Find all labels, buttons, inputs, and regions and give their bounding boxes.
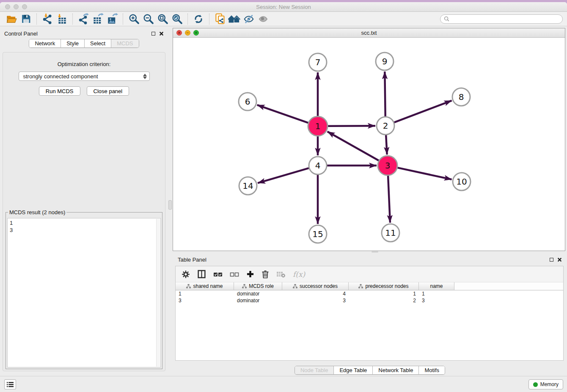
task-history-button[interactable] xyxy=(4,379,16,389)
table-options-icon[interactable] xyxy=(182,270,190,279)
graph-edge-1-6[interactable] xyxy=(257,105,308,123)
table-row[interactable]: 3 dominator 3 2 3 xyxy=(176,297,563,304)
table-toolbar: f(x) xyxy=(176,266,563,282)
run-mcds-button[interactable]: Run MCDS xyxy=(39,86,80,96)
graph-edge-2-3[interactable] xyxy=(386,135,387,155)
show-columns-icon[interactable] xyxy=(197,270,206,279)
search-input[interactable] xyxy=(451,16,559,22)
svg-text:1: 1 xyxy=(315,121,321,131)
table-header-row: shared name MCDS role successor nodes pr… xyxy=(176,282,563,290)
graph-edge-1-2[interactable] xyxy=(328,126,375,126)
svg-text:3: 3 xyxy=(385,160,391,171)
graph-node-7[interactable]: 7 xyxy=(309,53,327,71)
graph-node-4[interactable]: 4 xyxy=(309,157,327,174)
mcds-panel: Optimization criterion: strongly connect… xyxy=(3,52,165,371)
table-panel: Table Panel xyxy=(173,254,567,376)
app-window: Session: New Session xyxy=(0,2,567,392)
open-session-icon[interactable] xyxy=(4,13,19,25)
clone-network-icon[interactable] xyxy=(213,13,227,25)
select-all-columns-icon[interactable] xyxy=(213,271,223,277)
refresh-view-icon[interactable] xyxy=(191,13,206,25)
float-table-panel-icon[interactable] xyxy=(550,258,553,262)
network-graph[interactable]: 7968124314101511 xyxy=(173,38,565,251)
zoom-selected-icon[interactable] xyxy=(170,13,184,25)
tab-network[interactable]: Network xyxy=(29,39,61,47)
graph-node-10[interactable]: 10 xyxy=(453,173,471,190)
network-maximize-button[interactable]: + xyxy=(193,30,199,36)
hide-selected-icon[interactable] xyxy=(242,13,256,25)
unselect-all-columns-icon[interactable] xyxy=(230,271,239,277)
graph-node-6[interactable]: 6 xyxy=(239,93,256,110)
graph-node-11[interactable]: 11 xyxy=(382,224,399,242)
graph-edge-2-8[interactable] xyxy=(394,101,452,123)
zoom-in-icon[interactable] xyxy=(127,13,141,25)
graph-edge-3-1[interactable] xyxy=(328,132,379,160)
import-network-icon[interactable] xyxy=(40,13,55,25)
svg-text:11: 11 xyxy=(385,228,396,238)
save-session-icon[interactable] xyxy=(19,13,33,25)
column-header-name[interactable]: name xyxy=(419,282,454,290)
column-tree-icon xyxy=(186,284,191,288)
tab-edge-table[interactable]: Edge Table xyxy=(333,366,372,374)
graph-node-1[interactable]: 1 xyxy=(308,116,328,136)
graph-node-2[interactable]: 2 xyxy=(377,117,394,135)
cell-predecessor-nodes: 1 xyxy=(349,290,419,297)
close-window-button[interactable] xyxy=(5,4,10,9)
network-canvas[interactable]: 7968124314101511 xyxy=(173,38,565,251)
create-column-icon[interactable] xyxy=(246,270,254,278)
horizontal-splitter-grip[interactable] xyxy=(372,251,378,253)
graph-node-15[interactable]: 15 xyxy=(309,225,327,243)
export-network-icon[interactable] xyxy=(76,13,91,25)
mcds-result-line: 3 xyxy=(10,226,158,234)
mcds-result-text[interactable]: 1 3 xyxy=(7,218,161,367)
result-scrollbar[interactable] xyxy=(156,219,160,367)
titlebar: Session: New Session xyxy=(0,2,567,12)
column-header-mcds-role[interactable]: MCDS role xyxy=(234,282,282,290)
tab-motifs[interactable]: Motifs xyxy=(418,366,445,374)
zoom-window-button[interactable] xyxy=(22,4,27,9)
column-tree-icon xyxy=(358,284,363,288)
zoom-out-icon[interactable] xyxy=(141,13,155,25)
close-panel-button[interactable]: Close panel xyxy=(87,86,129,96)
graph-node-9[interactable]: 9 xyxy=(376,52,394,70)
graph-node-14[interactable]: 14 xyxy=(239,177,257,195)
graph-node-3[interactable]: 3 xyxy=(378,156,397,175)
graph-edge-3-10[interactable] xyxy=(397,168,451,179)
table-panel-header: Table Panel xyxy=(173,254,567,265)
export-image-icon[interactable] xyxy=(105,13,119,25)
column-header-successor-nodes[interactable]: successor nodes xyxy=(282,282,349,290)
export-table-icon[interactable] xyxy=(91,13,105,25)
cell-mcds-role: dominator xyxy=(234,290,282,297)
network-close-button[interactable]: × xyxy=(176,30,182,36)
svg-text:10: 10 xyxy=(456,177,467,187)
vertical-splitter-grip[interactable] xyxy=(168,200,172,210)
graph-edge-3-11[interactable] xyxy=(388,176,390,223)
first-neighbors-icon[interactable] xyxy=(227,13,242,25)
tab-style[interactable]: Style xyxy=(61,39,84,47)
delete-columns-icon[interactable] xyxy=(261,270,269,279)
optimization-criterion-select[interactable]: strongly connected component xyxy=(19,72,150,81)
window-controls xyxy=(5,4,27,9)
tab-mcds[interactable]: MCDS xyxy=(111,39,138,47)
graph-node-8[interactable]: 8 xyxy=(452,88,470,106)
minimize-window-button[interactable] xyxy=(14,4,19,9)
memory-button[interactable]: Memory xyxy=(528,379,563,389)
graph-edge-4-14[interactable] xyxy=(258,168,309,183)
function-builder-icon: f(x) xyxy=(293,270,305,279)
network-minimize-button[interactable]: − xyxy=(185,30,190,36)
svg-text:7: 7 xyxy=(315,57,321,67)
column-header-predecessor-nodes[interactable]: predecessor nodes xyxy=(349,282,419,290)
tab-select[interactable]: Select xyxy=(84,39,111,47)
network-view-window: × − + scc.txt 7968124314101511 xyxy=(173,28,565,251)
select-stepper-icon xyxy=(143,74,147,79)
import-table-icon[interactable] xyxy=(55,13,69,25)
close-table-panel-icon[interactable] xyxy=(557,257,562,262)
graph-edge-2-9[interactable] xyxy=(385,72,385,116)
zoom-fit-icon[interactable] xyxy=(155,13,170,25)
close-panel-icon[interactable] xyxy=(159,31,164,36)
table-row[interactable]: 1 dominator 4 1 1 xyxy=(176,290,563,297)
float-panel-icon[interactable] xyxy=(151,32,155,36)
tab-network-table[interactable]: Network Table xyxy=(372,366,418,374)
tab-node-table[interactable]: Node Table xyxy=(295,366,334,374)
column-header-shared-name[interactable]: shared name xyxy=(176,282,234,290)
